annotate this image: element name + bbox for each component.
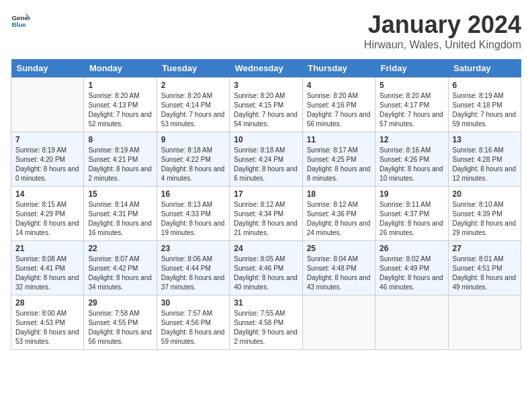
table-row: 3Sunrise: 8:20 AMSunset: 4:15 PMDaylight… bbox=[230, 78, 302, 132]
calendar-subtitle: Hirwaun, Wales, United Kingdom bbox=[364, 39, 521, 51]
day-number: 21 bbox=[15, 244, 79, 253]
weekday-header-row: Sunday Monday Tuesday Wednesday Thursday… bbox=[11, 59, 521, 78]
day-number: 9 bbox=[161, 135, 225, 144]
day-info: Sunrise: 8:18 AMSunset: 4:24 PMDaylight:… bbox=[234, 146, 298, 183]
day-number: 24 bbox=[234, 244, 298, 253]
day-number: 12 bbox=[380, 135, 443, 144]
day-info: Sunrise: 7:58 AMSunset: 4:55 PMDaylight:… bbox=[88, 309, 152, 347]
table-row: 22Sunrise: 8:07 AMSunset: 4:42 PMDayligh… bbox=[84, 241, 157, 295]
day-number: 29 bbox=[88, 298, 152, 308]
day-number: 27 bbox=[453, 244, 517, 253]
day-info: Sunrise: 8:17 AMSunset: 4:25 PMDaylight:… bbox=[307, 146, 371, 183]
table-row: 8Sunrise: 8:19 AMSunset: 4:21 PMDaylight… bbox=[84, 132, 157, 187]
calendar-title: January 2024 bbox=[364, 11, 521, 39]
header-wednesday: Wednesday bbox=[230, 59, 302, 78]
day-number: 10 bbox=[234, 135, 298, 144]
day-info: Sunrise: 8:20 AMSunset: 4:15 PMDaylight:… bbox=[234, 91, 298, 129]
day-number: 26 bbox=[380, 244, 443, 253]
day-info: Sunrise: 8:10 AMSunset: 4:39 PMDaylight:… bbox=[453, 200, 517, 238]
day-info: Sunrise: 7:55 AMSunset: 4:58 PMDaylight:… bbox=[234, 309, 298, 347]
calendar-week-row: 7Sunrise: 8:19 AMSunset: 4:20 PMDaylight… bbox=[11, 132, 521, 187]
logo-icon: General Blue bbox=[11, 11, 30, 30]
day-info: Sunrise: 8:02 AMSunset: 4:49 PMDaylight:… bbox=[380, 255, 443, 292]
day-number: 23 bbox=[161, 244, 225, 253]
day-number: 5 bbox=[380, 81, 443, 90]
day-number: 7 bbox=[15, 135, 79, 144]
day-number: 17 bbox=[234, 189, 298, 199]
header-friday: Friday bbox=[375, 59, 448, 78]
table-row: 19Sunrise: 8:11 AMSunset: 4:37 PMDayligh… bbox=[375, 187, 448, 241]
table-row bbox=[11, 78, 84, 132]
day-info: Sunrise: 8:14 AMSunset: 4:31 PMDaylight:… bbox=[88, 200, 152, 238]
day-info: Sunrise: 8:01 AMSunset: 4:51 PMDaylight:… bbox=[453, 255, 517, 292]
table-row: 18Sunrise: 8:12 AMSunset: 4:36 PMDayligh… bbox=[302, 187, 375, 241]
day-number: 18 bbox=[307, 189, 371, 199]
day-info: Sunrise: 8:06 AMSunset: 4:44 PMDaylight:… bbox=[161, 255, 225, 292]
day-number: 3 bbox=[234, 81, 298, 90]
table-row: 13Sunrise: 8:16 AMSunset: 4:28 PMDayligh… bbox=[448, 132, 521, 187]
day-info: Sunrise: 8:20 AMSunset: 4:16 PMDaylight:… bbox=[307, 91, 371, 129]
logo: General Blue bbox=[11, 11, 30, 30]
table-row: 2Sunrise: 8:20 AMSunset: 4:14 PMDaylight… bbox=[157, 78, 229, 132]
day-info: Sunrise: 8:19 AMSunset: 4:21 PMDaylight:… bbox=[88, 146, 152, 183]
day-info: Sunrise: 8:08 AMSunset: 4:41 PMDaylight:… bbox=[15, 255, 79, 292]
calendar-week-row: 1Sunrise: 8:20 AMSunset: 4:13 PMDaylight… bbox=[11, 78, 521, 132]
day-info: Sunrise: 8:00 AMSunset: 4:53 PMDaylight:… bbox=[15, 309, 79, 347]
table-row: 6Sunrise: 8:19 AMSunset: 4:18 PMDaylight… bbox=[448, 78, 521, 132]
table-row: 9Sunrise: 8:18 AMSunset: 4:22 PMDaylight… bbox=[157, 132, 229, 187]
day-number: 8 bbox=[88, 135, 152, 144]
day-info: Sunrise: 7:57 AMSunset: 4:56 PMDaylight:… bbox=[161, 309, 225, 347]
day-number: 14 bbox=[15, 189, 79, 199]
table-row: 4Sunrise: 8:20 AMSunset: 4:16 PMDaylight… bbox=[302, 78, 375, 132]
day-number: 22 bbox=[88, 244, 152, 253]
day-number: 15 bbox=[88, 189, 152, 199]
day-info: Sunrise: 8:20 AMSunset: 4:14 PMDaylight:… bbox=[161, 91, 225, 129]
day-number: 6 bbox=[453, 81, 517, 90]
day-info: Sunrise: 8:16 AMSunset: 4:26 PMDaylight:… bbox=[380, 146, 443, 183]
table-row: 1Sunrise: 8:20 AMSunset: 4:13 PMDaylight… bbox=[84, 78, 157, 132]
day-number: 19 bbox=[380, 189, 443, 199]
table-row: 7Sunrise: 8:19 AMSunset: 4:20 PMDaylight… bbox=[11, 132, 84, 187]
table-row: 26Sunrise: 8:02 AMSunset: 4:49 PMDayligh… bbox=[375, 241, 448, 295]
table-row: 10Sunrise: 8:18 AMSunset: 4:24 PMDayligh… bbox=[230, 132, 302, 187]
day-info: Sunrise: 8:18 AMSunset: 4:22 PMDaylight:… bbox=[161, 146, 225, 183]
day-number: 2 bbox=[161, 81, 225, 90]
day-info: Sunrise: 8:15 AMSunset: 4:29 PMDaylight:… bbox=[15, 200, 79, 238]
day-number: 31 bbox=[234, 298, 298, 308]
table-row: 5Sunrise: 8:20 AMSunset: 4:17 PMDaylight… bbox=[375, 78, 448, 132]
table-row: 28Sunrise: 8:00 AMSunset: 4:53 PMDayligh… bbox=[11, 295, 84, 350]
day-number: 1 bbox=[88, 81, 152, 90]
day-number: 11 bbox=[307, 135, 371, 144]
day-info: Sunrise: 8:12 AMSunset: 4:34 PMDaylight:… bbox=[234, 200, 298, 238]
day-number: 4 bbox=[307, 81, 371, 90]
page-header: General Blue January 2024 Hirwaun, Wales… bbox=[11, 11, 521, 51]
table-row: 12Sunrise: 8:16 AMSunset: 4:26 PMDayligh… bbox=[375, 132, 448, 187]
table-row: 17Sunrise: 8:12 AMSunset: 4:34 PMDayligh… bbox=[230, 187, 302, 241]
table-row: 21Sunrise: 8:08 AMSunset: 4:41 PMDayligh… bbox=[11, 241, 84, 295]
header-sunday: Sunday bbox=[11, 59, 84, 78]
svg-text:Blue: Blue bbox=[11, 21, 26, 28]
table-row: 11Sunrise: 8:17 AMSunset: 4:25 PMDayligh… bbox=[302, 132, 375, 187]
day-info: Sunrise: 8:04 AMSunset: 4:48 PMDaylight:… bbox=[307, 255, 371, 292]
day-info: Sunrise: 8:19 AMSunset: 4:18 PMDaylight:… bbox=[453, 91, 517, 129]
day-info: Sunrise: 8:13 AMSunset: 4:33 PMDaylight:… bbox=[161, 200, 225, 238]
table-row: 20Sunrise: 8:10 AMSunset: 4:39 PMDayligh… bbox=[448, 187, 521, 241]
calendar-week-row: 21Sunrise: 8:08 AMSunset: 4:41 PMDayligh… bbox=[11, 241, 521, 295]
day-info: Sunrise: 8:16 AMSunset: 4:28 PMDaylight:… bbox=[453, 146, 517, 183]
day-info: Sunrise: 8:20 AMSunset: 4:13 PMDaylight:… bbox=[88, 91, 152, 129]
table-row: 24Sunrise: 8:05 AMSunset: 4:46 PMDayligh… bbox=[230, 241, 302, 295]
day-info: Sunrise: 8:07 AMSunset: 4:42 PMDaylight:… bbox=[88, 255, 152, 292]
table-row bbox=[375, 295, 448, 350]
day-number: 30 bbox=[161, 298, 225, 308]
title-area: January 2024 Hirwaun, Wales, United King… bbox=[364, 11, 521, 51]
table-row: 25Sunrise: 8:04 AMSunset: 4:48 PMDayligh… bbox=[302, 241, 375, 295]
table-row: 23Sunrise: 8:06 AMSunset: 4:44 PMDayligh… bbox=[157, 241, 229, 295]
day-number: 28 bbox=[15, 298, 79, 308]
day-number: 20 bbox=[453, 189, 517, 199]
day-number: 13 bbox=[453, 135, 517, 144]
table-row bbox=[302, 295, 375, 350]
table-row: 16Sunrise: 8:13 AMSunset: 4:33 PMDayligh… bbox=[157, 187, 229, 241]
day-info: Sunrise: 8:19 AMSunset: 4:20 PMDaylight:… bbox=[15, 146, 79, 183]
table-row: 14Sunrise: 8:15 AMSunset: 4:29 PMDayligh… bbox=[11, 187, 84, 241]
header-tuesday: Tuesday bbox=[157, 59, 229, 78]
